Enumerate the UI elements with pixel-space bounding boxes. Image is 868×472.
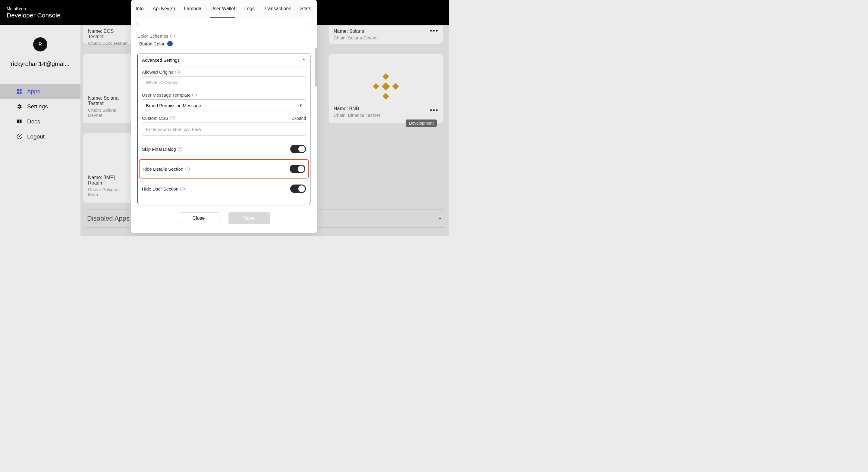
close-button[interactable]: Close xyxy=(178,212,219,224)
sidebar-item-apps[interactable]: Apps xyxy=(0,84,81,99)
tab-lambda[interactable]: Lambda xyxy=(184,0,201,18)
user-email: rickyrohan14@gmai... xyxy=(11,61,70,67)
scrollbar[interactable] xyxy=(315,47,317,87)
tab-logs[interactable]: Logs xyxy=(244,0,255,18)
sidebar: R rickyrohan14@gmai... Apps Settings Doc… xyxy=(0,25,81,236)
grid-icon xyxy=(16,89,22,95)
highlighted-setting: Hide Details Section ? xyxy=(139,159,309,178)
help-icon[interactable]: ? xyxy=(185,167,190,171)
logout-icon xyxy=(16,134,22,140)
toggle-row-skip-final-dialog: Skip Final Dialog ? xyxy=(142,140,306,158)
modal-body: Color Schemes ? Button Color Advanced Se… xyxy=(131,19,317,205)
modal-tabs: Info Api Key(s) Lambda User Wallet Logs … xyxy=(131,0,317,19)
settings-modal: Info Api Key(s) Lambda User Wallet Logs … xyxy=(131,0,317,233)
allowed-origins-label: Allowed Origins xyxy=(142,70,173,75)
book-icon xyxy=(16,119,22,125)
help-icon[interactable]: ? xyxy=(175,70,180,74)
accordion-header[interactable]: Advanced Settings xyxy=(138,54,310,66)
button-color-label: Button Color xyxy=(139,41,164,46)
sidebar-item-label: Docs xyxy=(27,118,40,125)
svg-rect-2 xyxy=(17,92,19,94)
sidebar-item-docs[interactable]: Docs xyxy=(0,114,81,129)
svg-rect-0 xyxy=(17,90,19,92)
toggle-row-hide-details: Hide Details Section ? xyxy=(143,160,305,178)
tab-transactions[interactable]: Transactions xyxy=(264,0,291,18)
user-message-template-label: User Message Template xyxy=(142,92,190,98)
custom-css-input[interactable] xyxy=(142,123,306,136)
help-icon[interactable]: ? xyxy=(180,187,185,191)
svg-rect-3 xyxy=(20,92,22,94)
color-swatch[interactable] xyxy=(167,41,173,46)
help-icon[interactable]: ? xyxy=(192,93,197,97)
brand-name: MetaKeep xyxy=(7,6,61,11)
skip-final-dialog-toggle[interactable] xyxy=(290,145,306,153)
help-icon[interactable]: ? xyxy=(178,147,182,151)
accordion-title: Advanced Settings xyxy=(142,58,180,63)
sidebar-item-label: Apps xyxy=(27,88,40,95)
hide-user-toggle[interactable] xyxy=(290,184,306,193)
select-value: Brand Permission Message xyxy=(146,103,201,108)
hide-details-toggle[interactable] xyxy=(290,165,305,173)
allowed-origins-input[interactable] xyxy=(142,76,306,88)
toggle-row-hide-user: Hide User Section ? xyxy=(142,180,306,198)
gear-icon xyxy=(16,104,22,109)
modal-footer: Close Save xyxy=(131,205,317,233)
help-icon[interactable]: ? xyxy=(170,34,175,38)
tab-api-keys[interactable]: Api Key(s) xyxy=(153,0,175,18)
tab-user-wallet[interactable]: User Wallet xyxy=(210,0,235,18)
help-icon[interactable]: ? xyxy=(170,116,175,121)
svg-rect-1 xyxy=(20,90,22,92)
sidebar-item-logout[interactable]: Logout xyxy=(0,129,81,144)
user-message-template-select[interactable]: Brand Permission Message ▾ xyxy=(142,99,306,111)
expand-link[interactable]: Expand xyxy=(292,116,306,121)
hide-details-label: Hide Details Section xyxy=(143,166,183,172)
sidebar-item-label: Logout xyxy=(27,133,44,140)
chevron-up-icon xyxy=(302,58,306,63)
color-schemes-label: Color Schemes xyxy=(137,33,168,38)
sidebar-item-settings[interactable]: Settings xyxy=(0,99,81,114)
tab-stats[interactable]: Stats xyxy=(300,0,311,18)
partial-input[interactable] xyxy=(137,22,310,26)
hide-user-label: Hide User Section xyxy=(142,186,179,192)
tab-info[interactable]: Info xyxy=(135,0,144,18)
caret-down-icon: ▾ xyxy=(300,103,302,108)
save-button: Save xyxy=(228,212,270,224)
advanced-settings-accordion: Advanced Settings Allowed Origins ? User… xyxy=(137,54,310,204)
skip-final-dialog-label: Skip Final Dialog xyxy=(142,146,176,152)
avatar[interactable]: R xyxy=(33,37,47,52)
sidebar-item-label: Settings xyxy=(27,103,48,110)
custom-css-label: Custom CSS xyxy=(142,115,168,121)
console-title: Developer Console xyxy=(7,11,61,19)
